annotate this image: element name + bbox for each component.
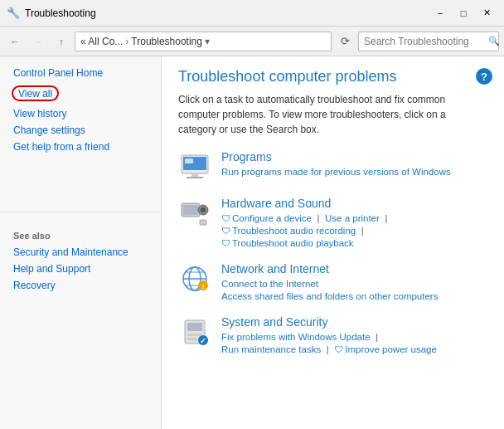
run-programs-link[interactable]: Run programs made for previous versions … xyxy=(221,167,451,177)
sidebar-item-view-all[interactable]: View all xyxy=(18,88,52,100)
shield-icon-2: 🛡 xyxy=(221,226,230,236)
search-input[interactable] xyxy=(364,36,488,47)
minimize-button[interactable]: − xyxy=(429,5,451,22)
page-title: Troubleshoot computer problems xyxy=(178,68,487,85)
audio-recording-link[interactable]: Troubleshoot audio recording xyxy=(232,226,356,236)
sidebar-item-change-settings[interactable]: Change settings xyxy=(0,122,161,139)
system-security-info: System and Security Fix problems with Wi… xyxy=(221,315,487,355)
sidebar-divider xyxy=(0,212,161,212)
breadcrumb[interactable]: « All Co... › Troubleshooting ▾ xyxy=(75,32,332,51)
programs-info: Programs Run programs made for previous … xyxy=(221,150,487,178)
hardware-sound-icon xyxy=(178,197,211,230)
svg-rect-18 xyxy=(187,323,202,331)
window-controls: − □ ✕ xyxy=(429,5,497,22)
breadcrumb-current: Troubleshooting xyxy=(131,36,202,47)
use-printer-link[interactable]: Use a printer xyxy=(325,213,380,223)
search-box[interactable]: 🔍 xyxy=(358,32,499,51)
breadcrumb-prefix: « All Co... xyxy=(80,36,123,47)
main-layout: Control Panel Home View all View history… xyxy=(0,56,504,429)
window-title: Troubleshooting xyxy=(25,7,429,19)
svg-text:!: ! xyxy=(202,283,205,290)
shield-icon-1: 🛡 xyxy=(221,213,230,223)
system-security-links: Fix problems with Windows Update | Run m… xyxy=(221,330,487,355)
configure-device-link[interactable]: Configure a device xyxy=(232,213,312,223)
svg-rect-2 xyxy=(191,173,198,177)
category-programs: Programs Run programs made for previous … xyxy=(178,150,487,183)
sidebar-item-get-help[interactable]: Get help from a friend xyxy=(0,139,161,155)
connect-internet-link[interactable]: Connect to the Internet xyxy=(221,279,318,289)
help-button[interactable]: ? xyxy=(476,68,492,85)
network-internet-info: Network and Internet Connect to the Inte… xyxy=(221,262,487,302)
page-description: Click on a task to automatically trouble… xyxy=(178,92,477,137)
sidebar-item-recovery[interactable]: Recovery xyxy=(0,277,161,294)
power-usage-link[interactable]: Improve power usage xyxy=(345,344,437,354)
network-internet-icon: ! xyxy=(178,262,211,295)
network-internet-title[interactable]: Network and Internet xyxy=(221,262,487,275)
network-internet-links: Connect to the Internet Access shared fi… xyxy=(221,277,487,302)
shield-icon-3: 🛡 xyxy=(221,238,230,248)
refresh-button[interactable]: ⟳ xyxy=(335,32,355,51)
view-all-oval: View all xyxy=(12,85,59,101)
audio-playback-link[interactable]: Troubleshoot audio playback xyxy=(232,238,354,248)
see-also-label: See also xyxy=(0,219,161,244)
title-bar: 🔧 Troubleshooting − □ ✕ xyxy=(0,0,504,27)
content-area: ? Troubleshoot computer problems Click o… xyxy=(162,56,504,429)
sidebar-item-control-panel-home[interactable]: Control Panel Home xyxy=(0,65,161,81)
programs-title[interactable]: Programs xyxy=(221,150,487,163)
category-hardware-sound: Hardware and Sound 🛡Configure a device |… xyxy=(178,197,487,249)
window-icon: 🔧 xyxy=(7,7,20,20)
svg-text:✓: ✓ xyxy=(200,337,206,345)
sidebar-item-security-maintenance[interactable]: Security and Maintenance xyxy=(0,244,161,261)
search-icon: 🔍 xyxy=(488,36,500,46)
shared-files-link[interactable]: Access shared files and folders on other… xyxy=(221,291,438,301)
system-security-title[interactable]: System and Security xyxy=(221,315,487,329)
svg-rect-4 xyxy=(185,158,193,163)
svg-rect-6 xyxy=(183,205,198,215)
programs-icon xyxy=(178,150,211,183)
view-all-container: View all xyxy=(0,83,161,104)
shield-icon-4: 🛡 xyxy=(334,344,343,354)
address-bar: ← → ↑ « All Co... › Troubleshooting ▾ ⟳ … xyxy=(0,27,504,56)
sidebar: Control Panel Home View all View history… xyxy=(0,56,162,429)
svg-rect-9 xyxy=(200,220,206,225)
hardware-sound-links: 🛡Configure a device | Use a printer | 🛡T… xyxy=(221,212,487,249)
back-button[interactable]: ← xyxy=(5,32,25,51)
svg-rect-20 xyxy=(187,338,197,340)
sidebar-item-view-history[interactable]: View history xyxy=(0,105,161,122)
forward-button[interactable]: → xyxy=(28,32,48,51)
close-button[interactable]: ✕ xyxy=(476,5,497,22)
maximize-button[interactable]: □ xyxy=(453,5,474,22)
programs-links: Run programs made for previous versions … xyxy=(221,165,487,178)
up-button[interactable]: ↑ xyxy=(51,32,71,51)
svg-rect-3 xyxy=(187,177,203,178)
system-security-icon: ✓ xyxy=(178,315,211,349)
svg-point-8 xyxy=(201,207,206,212)
hardware-sound-title[interactable]: Hardware and Sound xyxy=(221,197,487,210)
svg-rect-19 xyxy=(187,334,202,336)
windows-update-link[interactable]: Fix problems with Windows Update xyxy=(221,332,371,342)
maintenance-tasks-link[interactable]: Run maintenance tasks xyxy=(221,344,321,354)
breadcrumb-dropdown-icon[interactable]: ▾ xyxy=(205,36,210,47)
hardware-sound-info: Hardware and Sound 🛡Configure a device |… xyxy=(221,197,487,249)
breadcrumb-separator: › xyxy=(125,36,128,47)
sidebar-item-help-support[interactable]: Help and Support xyxy=(0,261,161,277)
category-system-security: ✓ System and Security Fix problems with … xyxy=(178,315,487,355)
category-network-internet: ! Network and Internet Connect to the In… xyxy=(178,262,487,302)
